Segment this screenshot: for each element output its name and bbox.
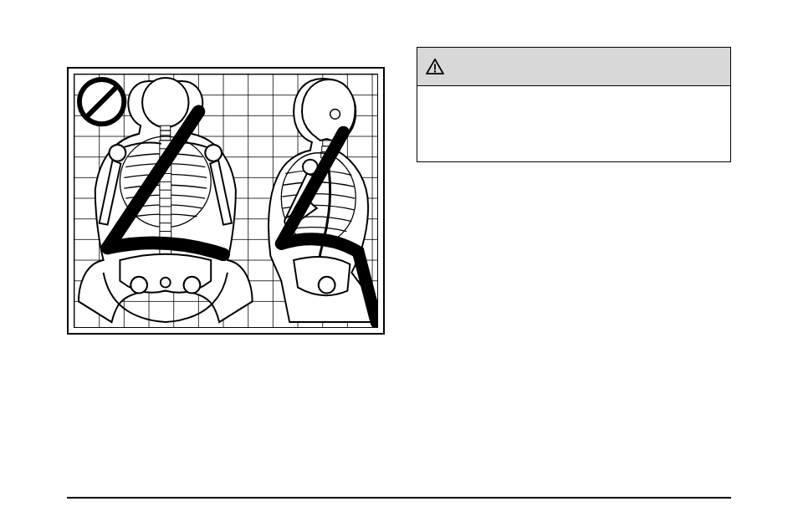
illustration-inner bbox=[74, 74, 378, 328]
svg-point-48 bbox=[130, 277, 147, 294]
illustration-frame bbox=[67, 67, 385, 335]
seatbelt-skeleton-illustration bbox=[74, 74, 377, 327]
caution-header bbox=[417, 48, 730, 86]
svg-point-50 bbox=[330, 109, 340, 119]
svg-point-46 bbox=[205, 145, 222, 161]
side-skeleton bbox=[269, 79, 376, 322]
svg-point-49 bbox=[184, 277, 201, 294]
svg-rect-27 bbox=[161, 130, 171, 136]
svg-point-61 bbox=[434, 70, 436, 72]
caution-box bbox=[417, 47, 731, 162]
svg-point-25 bbox=[142, 78, 188, 127]
svg-point-45 bbox=[110, 145, 126, 161]
warning-triangle-icon bbox=[426, 59, 444, 75]
svg-point-47 bbox=[161, 278, 171, 288]
page-footer-rule bbox=[67, 497, 731, 499]
no-symbol-icon bbox=[79, 79, 124, 124]
svg-rect-26 bbox=[161, 125, 171, 130]
caution-body bbox=[417, 86, 730, 161]
svg-point-57 bbox=[319, 277, 335, 294]
document-page bbox=[0, 0, 798, 532]
